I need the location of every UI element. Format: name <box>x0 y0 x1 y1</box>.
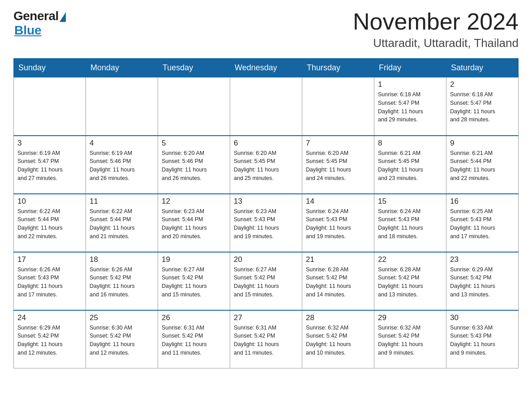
calendar-cell: 14Sunrise: 6:24 AMSunset: 5:43 PMDayligh… <box>302 194 374 252</box>
month-title: November 2024 <box>353 9 519 34</box>
calendar-cell: 2Sunrise: 6:18 AMSunset: 5:47 PMDaylight… <box>446 77 519 136</box>
weekday-header-saturday: Saturday <box>446 59 519 77</box>
calendar-cell <box>14 77 86 136</box>
calendar-cell: 30Sunrise: 6:33 AMSunset: 5:43 PMDayligh… <box>446 310 519 368</box>
weekday-header-tuesday: Tuesday <box>158 59 230 77</box>
day-info: Sunrise: 6:20 AMSunset: 5:45 PMDaylight:… <box>234 149 298 183</box>
logo-general-text: General <box>13 9 59 23</box>
calendar-week-row: 10Sunrise: 6:22 AMSunset: 5:44 PMDayligh… <box>14 194 519 252</box>
calendar-cell: 23Sunrise: 6:29 AMSunset: 5:42 PMDayligh… <box>446 252 519 310</box>
calendar-cell: 1Sunrise: 6:18 AMSunset: 5:47 PMDaylight… <box>374 77 446 136</box>
day-number: 16 <box>450 197 515 206</box>
calendar-cell: 29Sunrise: 6:32 AMSunset: 5:42 PMDayligh… <box>374 310 446 368</box>
calendar-week-row: 24Sunrise: 6:29 AMSunset: 5:42 PMDayligh… <box>14 310 519 368</box>
day-number: 12 <box>162 197 226 206</box>
day-info: Sunrise: 6:26 AMSunset: 5:42 PMDaylight:… <box>90 265 154 299</box>
calendar-cell: 25Sunrise: 6:30 AMSunset: 5:42 PMDayligh… <box>86 310 158 368</box>
calendar-cell: 21Sunrise: 6:28 AMSunset: 5:42 PMDayligh… <box>302 252 374 310</box>
day-number: 2 <box>450 80 515 89</box>
calendar-cell: 16Sunrise: 6:25 AMSunset: 5:43 PMDayligh… <box>446 194 519 252</box>
day-info: Sunrise: 6:27 AMSunset: 5:42 PMDaylight:… <box>162 265 226 299</box>
page-header: General Blue November 2024 Uttaradit, Ut… <box>13 9 519 50</box>
calendar-cell: 8Sunrise: 6:21 AMSunset: 5:45 PMDaylight… <box>374 136 446 194</box>
calendar-cell: 17Sunrise: 6:26 AMSunset: 5:43 PMDayligh… <box>14 252 86 310</box>
day-number: 20 <box>234 255 298 264</box>
weekday-header-sunday: Sunday <box>14 59 86 77</box>
day-info: Sunrise: 6:26 AMSunset: 5:43 PMDaylight:… <box>17 265 82 299</box>
calendar-cell: 28Sunrise: 6:32 AMSunset: 5:42 PMDayligh… <box>302 310 374 368</box>
day-info: Sunrise: 6:21 AMSunset: 5:44 PMDaylight:… <box>450 149 515 183</box>
weekday-header-thursday: Thursday <box>302 59 374 77</box>
day-info: Sunrise: 6:20 AMSunset: 5:45 PMDaylight:… <box>306 149 370 183</box>
day-number: 26 <box>162 313 226 322</box>
day-info: Sunrise: 6:29 AMSunset: 5:42 PMDaylight:… <box>450 265 515 299</box>
day-number: 24 <box>17 313 82 322</box>
day-number: 4 <box>90 139 154 148</box>
day-number: 11 <box>90 197 154 206</box>
calendar-cell: 22Sunrise: 6:28 AMSunset: 5:42 PMDayligh… <box>374 252 446 310</box>
calendar-cell: 26Sunrise: 6:31 AMSunset: 5:42 PMDayligh… <box>158 310 230 368</box>
calendar-cell: 24Sunrise: 6:29 AMSunset: 5:42 PMDayligh… <box>14 310 86 368</box>
day-number: 14 <box>306 197 370 206</box>
calendar-cell: 6Sunrise: 6:20 AMSunset: 5:45 PMDaylight… <box>230 136 302 194</box>
calendar-cell: 3Sunrise: 6:19 AMSunset: 5:47 PMDaylight… <box>14 136 86 194</box>
day-info: Sunrise: 6:23 AMSunset: 5:43 PMDaylight:… <box>234 207 298 241</box>
calendar-cell <box>86 77 158 136</box>
day-info: Sunrise: 6:18 AMSunset: 5:47 PMDaylight:… <box>450 90 515 124</box>
day-info: Sunrise: 6:25 AMSunset: 5:43 PMDaylight:… <box>450 207 515 241</box>
calendar-cell <box>230 77 302 136</box>
day-number: 6 <box>234 139 298 148</box>
calendar-week-row: 1Sunrise: 6:18 AMSunset: 5:47 PMDaylight… <box>14 77 519 136</box>
logo-blue-text: Blue <box>14 23 42 38</box>
day-info: Sunrise: 6:24 AMSunset: 5:43 PMDaylight:… <box>378 207 442 241</box>
day-info: Sunrise: 6:22 AMSunset: 5:44 PMDaylight:… <box>90 207 154 241</box>
day-number: 10 <box>17 197 82 206</box>
day-info: Sunrise: 6:22 AMSunset: 5:44 PMDaylight:… <box>17 207 82 241</box>
day-number: 17 <box>17 255 82 264</box>
day-number: 5 <box>162 139 226 148</box>
calendar-cell: 20Sunrise: 6:27 AMSunset: 5:42 PMDayligh… <box>230 252 302 310</box>
calendar-cell: 18Sunrise: 6:26 AMSunset: 5:42 PMDayligh… <box>86 252 158 310</box>
calendar-cell: 15Sunrise: 6:24 AMSunset: 5:43 PMDayligh… <box>374 194 446 252</box>
day-number: 8 <box>378 139 442 148</box>
day-info: Sunrise: 6:21 AMSunset: 5:45 PMDaylight:… <box>378 149 442 183</box>
day-number: 7 <box>306 139 370 148</box>
day-info: Sunrise: 6:31 AMSunset: 5:42 PMDaylight:… <box>162 324 226 357</box>
day-info: Sunrise: 6:32 AMSunset: 5:42 PMDaylight:… <box>306 324 370 357</box>
day-number: 18 <box>90 255 154 264</box>
day-number: 15 <box>378 197 442 206</box>
calendar-cell: 19Sunrise: 6:27 AMSunset: 5:42 PMDayligh… <box>158 252 230 310</box>
location-title: Uttaradit, Uttaradit, Thailand <box>353 36 519 50</box>
calendar-cell: 13Sunrise: 6:23 AMSunset: 5:43 PMDayligh… <box>230 194 302 252</box>
calendar-cell: 5Sunrise: 6:20 AMSunset: 5:46 PMDaylight… <box>158 136 230 194</box>
calendar-week-row: 3Sunrise: 6:19 AMSunset: 5:47 PMDaylight… <box>14 136 519 194</box>
calendar-week-row: 17Sunrise: 6:26 AMSunset: 5:43 PMDayligh… <box>14 252 519 310</box>
logo-triangle-icon <box>60 12 66 22</box>
day-number: 3 <box>17 139 82 148</box>
day-number: 27 <box>234 313 298 322</box>
weekday-header-friday: Friday <box>374 59 446 77</box>
calendar-cell <box>302 77 374 136</box>
calendar-cell: 10Sunrise: 6:22 AMSunset: 5:44 PMDayligh… <box>14 194 86 252</box>
calendar-cell: 7Sunrise: 6:20 AMSunset: 5:45 PMDaylight… <box>302 136 374 194</box>
day-info: Sunrise: 6:27 AMSunset: 5:42 PMDaylight:… <box>234 265 298 299</box>
day-info: Sunrise: 6:24 AMSunset: 5:43 PMDaylight:… <box>306 207 370 241</box>
day-number: 1 <box>378 80 442 89</box>
day-info: Sunrise: 6:28 AMSunset: 5:42 PMDaylight:… <box>378 265 442 299</box>
day-number: 25 <box>90 313 154 322</box>
day-number: 9 <box>450 139 515 148</box>
calendar-cell <box>158 77 230 136</box>
day-info: Sunrise: 6:20 AMSunset: 5:46 PMDaylight:… <box>162 149 226 183</box>
day-number: 13 <box>234 197 298 206</box>
weekday-header-monday: Monday <box>86 59 158 77</box>
day-info: Sunrise: 6:33 AMSunset: 5:43 PMDaylight:… <box>450 324 515 357</box>
day-number: 29 <box>378 313 442 322</box>
weekday-header-row: SundayMondayTuesdayWednesdayThursdayFrid… <box>14 59 519 77</box>
day-number: 21 <box>306 255 370 264</box>
day-info: Sunrise: 6:30 AMSunset: 5:42 PMDaylight:… <box>90 324 154 357</box>
weekday-header-wednesday: Wednesday <box>230 59 302 77</box>
day-number: 30 <box>450 313 515 322</box>
logo: General Blue <box>13 9 66 38</box>
day-number: 23 <box>450 255 515 264</box>
calendar-cell: 11Sunrise: 6:22 AMSunset: 5:44 PMDayligh… <box>86 194 158 252</box>
